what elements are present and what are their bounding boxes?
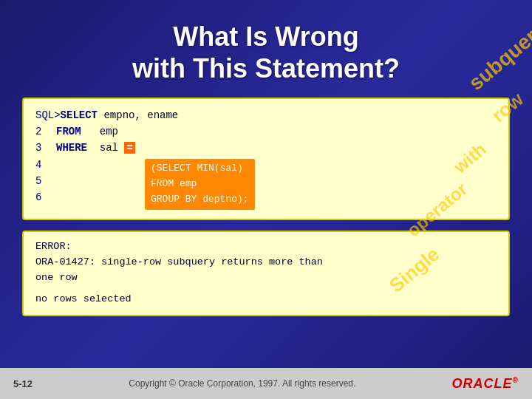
line-num-3: 3 [35, 140, 56, 157]
error-line5: no rows selected [35, 292, 497, 307]
subquery-line1: (SELECT MIN(sal) [151, 161, 249, 177]
error-line1: ERROR: [35, 239, 497, 255]
sql-line-1: SQL> SELECT empno, ename [35, 108, 497, 124]
watermark-subquery: subquery [464, 17, 532, 95]
oracle-logo: ORACLE® [452, 376, 519, 392]
line-num-2: 2 [35, 124, 56, 140]
error-line3: one row [35, 270, 497, 286]
subquery-block: (SELECT MIN(sal) FROM emp GROUP BY deptn… [145, 159, 255, 209]
sql-line-2: 2 FROM emp [35, 124, 497, 140]
equals-highlight: = [124, 142, 134, 154]
slide-title-line1: What Is Wrong [132, 21, 400, 52]
oracle-label: ORACLE [452, 376, 513, 391]
error-box: ERROR: ORA-01427: single-row subquery re… [22, 231, 510, 316]
subquery-line2: FROM emp [151, 177, 249, 192]
sql-content: SQL> SELECT empno, ename 2 FROM emp 3 WH… [35, 108, 497, 209]
error-content: ERROR: ORA-01427: single-row subquery re… [35, 239, 497, 307]
sql-code-box: SQL> SELECT empno, ename 2 FROM emp 3 WH… [22, 98, 510, 219]
slide-number: 5-12 [13, 378, 33, 389]
sql-subquery-area: 4 5 6 (SELECT MIN(sal) FROM emp GROUP BY… [35, 157, 497, 209]
error-line2: ORA-01427: single-row subquery returns m… [35, 255, 497, 270]
slide-title-line2: with This Statement? [132, 52, 400, 84]
sql-line-3: 3 WHERE sal = [35, 140, 497, 157]
error-spacer [35, 286, 497, 292]
slide-container: What Is Wrong with This Statement? subqu… [0, 0, 532, 399]
bottom-bar: 5-12 Copyright © Oracle Corporation, 199… [0, 368, 532, 399]
line-num-1: SQL> [35, 108, 61, 124]
subquery-line3: GROUP BY deptno); [151, 192, 249, 208]
title-area: What Is Wrong with This Statement? [132, 21, 400, 84]
sql-keyword-select: SELECT empno, ename [61, 108, 179, 124]
line-nums-456: 4 5 6 [35, 157, 56, 209]
sql-keyword-where: WHERE sal = [56, 140, 135, 157]
copyright-text: Copyright © Oracle Corporation, 1997. Al… [129, 378, 355, 389]
sql-keyword-from1: FROM emp [56, 124, 118, 140]
